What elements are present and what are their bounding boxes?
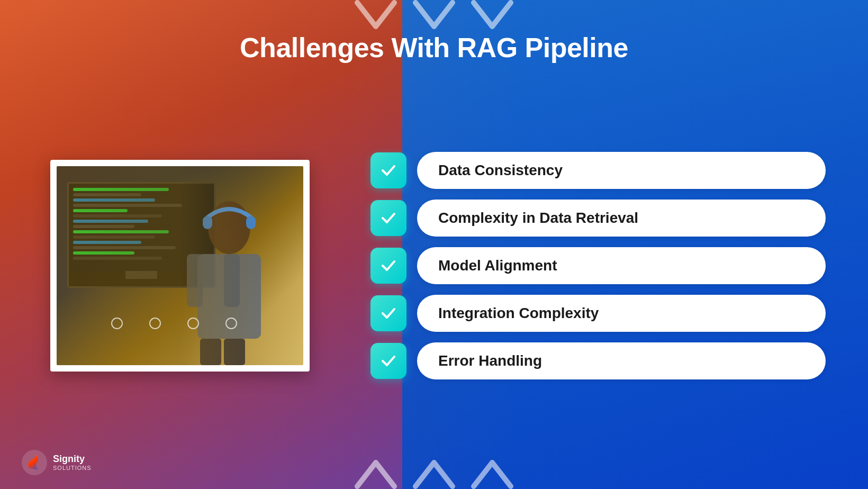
logo-name: Signity — [53, 454, 92, 465]
content-area: Data Consistency Complexity in Data Retr… — [0, 64, 868, 489]
list-item: Integration Complexity — [370, 295, 826, 332]
bg-warm-overlay — [57, 166, 303, 365]
title-normal: Challenges With — [240, 32, 457, 63]
company-logo: Signity SOLUTIONS — [21, 449, 92, 476]
item-label-2: Complexity in Data Retrieval — [417, 200, 826, 237]
logo-text-block: Signity SOLUTIONS — [53, 454, 92, 471]
chevron-top-2 — [413, 0, 455, 29]
chevron-top-3 — [471, 0, 513, 29]
check-badge-3 — [370, 248, 406, 284]
chevron-top-1 — [355, 0, 397, 29]
slide: Challenges With RAG Pipeline — [0, 0, 868, 489]
check-badge-2 — [370, 200, 406, 236]
slide-title: Challenges With RAG Pipeline — [240, 32, 628, 64]
check-badge-1 — [370, 152, 406, 188]
photo-inner — [57, 166, 303, 365]
check-badge-5 — [370, 343, 406, 379]
item-label-4: Integration Complexity — [417, 295, 826, 332]
dot-b2 — [149, 318, 161, 329]
photo-frame — [50, 160, 310, 372]
check-badge-4 — [370, 295, 406, 331]
dot-b1 — [111, 318, 123, 329]
list-item: Data Consistency — [370, 152, 826, 189]
item-label-3: Model Alignment — [417, 247, 826, 284]
title-bold: RAG Pipeline — [457, 32, 628, 63]
list-item: Model Alignment — [370, 247, 826, 284]
checklist-area: Data Consistency Complexity in Data Retr… — [349, 152, 826, 379]
top-chevrons — [355, 0, 513, 29]
list-item: Error Handling — [370, 342, 826, 379]
logo-sub: SOLUTIONS — [53, 465, 92, 471]
logo-icon — [21, 449, 48, 476]
bottom-dots — [111, 318, 237, 329]
item-label-1: Data Consistency — [417, 152, 826, 189]
item-label-5: Error Handling — [417, 342, 826, 379]
image-area — [42, 160, 318, 372]
dot-b3 — [187, 318, 199, 329]
list-item: Complexity in Data Retrieval — [370, 200, 826, 237]
dot-b4 — [225, 318, 237, 329]
